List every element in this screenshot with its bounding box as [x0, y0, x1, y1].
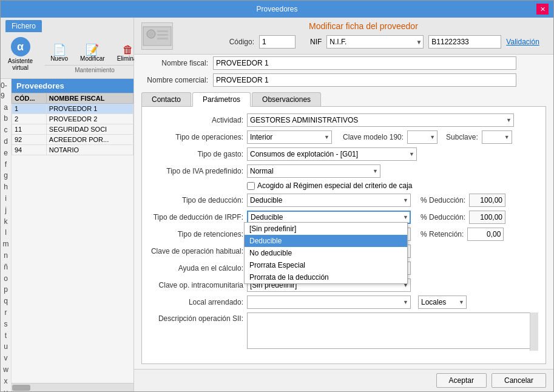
aceptar-button[interactable]: Aceptar: [436, 373, 487, 388]
tipo-retenciones-label: Tipo de retenciones:: [149, 230, 243, 238]
table-row[interactable]: 92 ACREEDOR POR...: [12, 135, 133, 145]
deduccion-irpf-pct-input[interactable]: [469, 211, 505, 224]
footer: Aceptar Cancelar: [134, 369, 553, 391]
alpha-r[interactable]: r: [5, 307, 7, 319]
nuevo-button[interactable]: 📄 Nuevo: [45, 42, 73, 64]
locales-select[interactable]: Locales: [418, 296, 467, 309]
table-row[interactable]: 2 PROVEEDOR 2: [12, 114, 133, 124]
validacion-link[interactable]: Validación: [506, 38, 539, 46]
clave-modelo-select[interactable]: [407, 130, 437, 144]
tipo-gasto-row: Tipo de gasto: Consumos de explotación -…: [147, 146, 541, 163]
subclave-select[interactable]: [482, 130, 512, 144]
alpha-c[interactable]: c: [4, 124, 8, 136]
ribbon-group-btns: 📄 Nuevo 📝 Modificar 🗑 Eliminar: [45, 42, 144, 64]
descripcion-sii-textarea[interactable]: [247, 313, 538, 349]
actividad-select[interactable]: GESTORES ADMINISTRATIVOS: [247, 113, 514, 127]
alpha-y[interactable]: y: [4, 387, 8, 391]
tipo-iva-select[interactable]: Normal: [247, 164, 380, 178]
form-header: Modificar ficha del proveedor Código: NI…: [134, 18, 553, 55]
clave-modelo-wrapper: [407, 130, 437, 144]
alpha-m[interactable]: m: [3, 238, 9, 250]
row-nombre: ACREEDOR POR...: [46, 135, 133, 145]
descripcion-sii-container: [247, 313, 538, 351]
tipo-deduccion-irpf-label: Tipo de deducción de IRPF:: [149, 213, 243, 221]
nif-value-input[interactable]: [428, 35, 501, 49]
alpha-d[interactable]: d: [4, 136, 8, 147]
codigo-row: Código: NIF N.I.F. ▼ Validación: [180, 33, 547, 50]
deduccion-pct-input[interactable]: [469, 194, 505, 207]
deduccion-irpf-pct-label: % Deducción:: [421, 213, 465, 221]
modificar-button[interactable]: 📝 Modificar: [75, 42, 110, 64]
alpha-e[interactable]: e: [4, 147, 8, 159]
tipo-iva-label: Tipo de IVA predefinido:: [149, 167, 243, 175]
nombre-fiscal-row: Nombre fiscal:: [134, 55, 553, 72]
dropdown-item-deducible[interactable]: Deducible: [245, 235, 407, 247]
asistente-btn[interactable]: α Asistentevirtual: [5, 35, 35, 73]
alpha-x[interactable]: x: [4, 376, 8, 387]
table-row[interactable]: 11 SEGURIDAD SOCI: [12, 124, 133, 135]
table-row[interactable]: 1 PROVEEDOR 1: [12, 104, 133, 114]
actividad-select-wrapper: GESTORES ADMINISTRATIVOS: [247, 113, 514, 127]
main-layout: Fichero α Asistentevirtual 📄: [1, 18, 553, 391]
alpha-u[interactable]: u: [4, 341, 8, 353]
alpha-l[interactable]: l: [5, 227, 7, 238]
alpha-s[interactable]: s: [4, 319, 8, 330]
logo-image: [142, 25, 172, 47]
alpha-h[interactable]: h: [4, 181, 8, 193]
modificar-label: Modificar: [80, 55, 105, 62]
sidebar-inner: 0-9 a b c d e f g h i j k l m n ñ o: [1, 79, 133, 391]
locales-wrapper: Locales: [418, 296, 467, 309]
tipo-operaciones-select[interactable]: Interior: [247, 130, 332, 144]
tab-contacto[interactable]: Contacto: [141, 92, 191, 106]
form-title: Modificar ficha del proveedor: [180, 21, 547, 31]
row-nombre: PROVEEDOR 2: [46, 114, 133, 124]
dropdown-item-sin-predefinir[interactable]: [Sin predefinir]: [245, 223, 407, 235]
alpha-ñ[interactable]: ñ: [4, 262, 8, 273]
cancelar-button[interactable]: Cancelar: [492, 373, 546, 388]
alpha-o[interactable]: o: [4, 273, 8, 285]
alpha-v[interactable]: v: [4, 353, 8, 364]
alpha-p[interactable]: p: [4, 284, 8, 296]
modificar-icon: 📝: [86, 44, 99, 55]
descripcion-sii-row: Descripción operación SII:: [147, 311, 541, 353]
tab-fichero[interactable]: Fichero: [5, 20, 42, 32]
tab-observaciones[interactable]: Observaciones: [252, 92, 321, 106]
alpha-w[interactable]: w: [3, 364, 8, 376]
retencion-pct-input[interactable]: [467, 228, 504, 241]
sidebar-scrollbar-horizontal[interactable]: [12, 383, 133, 391]
alpha-f[interactable]: f: [5, 159, 7, 171]
tipo-deduccion-select[interactable]: Deducible: [247, 194, 411, 207]
eliminar-icon: 🗑: [123, 44, 133, 55]
dropdown-item-prorrata-deduccion[interactable]: Prorrata de la deducción: [245, 271, 407, 283]
dropdown-item-no-deducible[interactable]: No deducible: [245, 247, 407, 259]
alpha-n[interactable]: n: [4, 250, 8, 262]
alpha-t[interactable]: t: [5, 330, 7, 342]
sidebar-list: Proveedores CÓD... NOMBRE FISCAL: [12, 79, 133, 391]
codigo-input[interactable]: [259, 35, 296, 49]
tipo-gasto-select[interactable]: Consumos de explotación - [G01]: [247, 147, 417, 161]
alpha-g[interactable]: g: [4, 170, 8, 181]
acogido-checkbox[interactable]: [247, 182, 255, 190]
alpha-k[interactable]: k: [4, 216, 8, 228]
alpha-i[interactable]: i: [5, 193, 7, 204]
alpha-a[interactable]: a: [4, 102, 8, 113]
nombre-fiscal-input[interactable]: [213, 56, 516, 70]
actividad-label: Actividad:: [149, 116, 243, 124]
row-cod: 2: [12, 114, 47, 124]
descripcion-scrollbar[interactable]: [530, 313, 538, 351]
alpha-j[interactable]: j: [5, 204, 7, 216]
nif-type-select[interactable]: N.I.F.: [326, 35, 424, 49]
tipo-deduccion-irpf-row: Tipo de deducción de IRPF: Deducible % D…: [147, 209, 541, 226]
window-title: Proveedores: [18, 5, 536, 13]
alpha-q[interactable]: q: [4, 296, 8, 307]
nombre-comercial-input[interactable]: [213, 73, 516, 87]
table-row[interactable]: 94 NOTARIO: [12, 145, 133, 155]
close-button[interactable]: ✕: [536, 4, 549, 15]
alpha-09[interactable]: 0-9: [1, 80, 11, 102]
codigo-label: Código:: [187, 38, 254, 46]
dropdown-item-prorrata-especial[interactable]: Prorrata Especial: [245, 259, 407, 271]
local-arrendado-select[interactable]: [247, 296, 411, 309]
ribbon-group-label: Mantenimiento: [45, 65, 144, 73]
alpha-b[interactable]: b: [4, 113, 8, 124]
tab-parametros[interactable]: Parámetros: [192, 92, 251, 107]
